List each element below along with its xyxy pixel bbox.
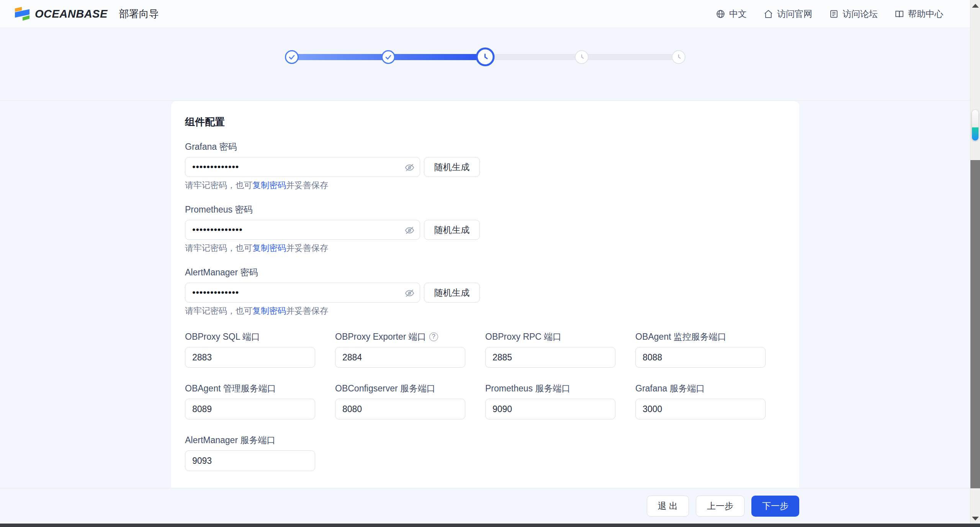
grafana-password-input[interactable] [185,157,420,177]
question-circle-icon[interactable]: ? [429,332,438,341]
alertmanager-password-input[interactable] [185,283,420,303]
obagent-monitor-port-label: OBAgent 监控服务端口 [635,331,766,342]
nav-forum-label: 访问论坛 [843,8,878,20]
scrollbar-up-arrow-icon[interactable] [972,4,979,8]
eye-invisible-icon[interactable] [404,225,415,236]
help-book-icon [895,9,904,19]
alertmanager-password-hint: 请牢记密码，也可复制密码并妥善保存 [185,306,785,316]
prometheus-port-label: Prometheus 服务端口 [485,383,615,394]
eye-invisible-icon[interactable] [404,162,415,173]
copy-password-link[interactable]: 复制密码 [252,243,286,253]
step-check-icon [285,50,299,64]
prometheus-password-label: Prometheus 密码 [185,204,785,215]
globe-icon [716,9,725,19]
ports-grid: OBProxy SQL 端口 OBProxy Exporter 端口 ? OBP… [185,331,785,471]
top-bar: OCEANBASE 部署向导 中文 访问官网 [0,0,980,28]
obproxy-exporter-port-input[interactable] [335,347,465,368]
wizard-steps: 部署配置 节点配置 集群配置 预检查 [0,28,970,101]
nav-help-center-label: 帮助中心 [908,8,943,20]
eye-invisible-icon[interactable] [404,288,415,298]
scrollbar-capsule-thumb[interactable] [972,110,978,141]
grafana-port-field: Grafana 服务端口 [635,383,766,419]
next-step-button[interactable]: 下一步 [751,496,799,517]
nav-official-site[interactable]: 访问官网 [764,8,812,20]
hint-text: 请牢记密码，也可 [185,306,252,316]
home-icon [764,9,773,19]
nav-help-center[interactable]: 帮助中心 [895,8,943,20]
hint-text: 并妥善保存 [286,243,328,253]
obconfigserver-port-input[interactable] [335,399,465,419]
copy-password-link[interactable]: 复制密码 [252,306,286,316]
step-check-icon [381,50,395,64]
nav-forum[interactable]: 访问论坛 [829,8,878,20]
alertmanager-port-input[interactable] [185,450,315,471]
prometheus-password-input[interactable] [185,220,420,240]
alertmanager-generate-button[interactable]: 随机生成 [424,283,480,303]
component-config-card: 组件配置 Grafana 密码 随机生成 请牢记密码，也可复制密码并妥善保存 [171,101,799,488]
grafana-password-label: Grafana 密码 [185,141,785,152]
step-clock-icon [672,50,686,64]
hint-text: 请牢记密码，也可 [185,180,252,190]
obconfigserver-port-field: OBConfigserver 服务端口 [335,383,465,419]
nav-official-site-label: 访问官网 [777,8,812,20]
prometheus-password-group: Prometheus 密码 随机生成 请牢记密码，也可复制密码并妥善保存 [185,204,785,254]
oceanbase-logo: OCEANBASE [14,6,108,22]
bottom-edge-strip [0,524,980,527]
obproxy-exporter-port-field: OBProxy Exporter 端口 ? [335,331,465,368]
alertmanager-password-group: AlertManager 密码 随机生成 请牢记密码，也可复制密码并妥善保存 [185,267,785,316]
prometheus-port-field: Prometheus 服务端口 [485,383,615,419]
brand-name: OCEANBASE [35,8,108,20]
copy-password-link[interactable]: 复制密码 [252,180,286,190]
step-clock-icon [476,47,494,66]
alertmanager-port-field: AlertManager 服务端口 [185,434,315,471]
page-title: 部署向导 [119,7,159,21]
alertmanager-password-label: AlertManager 密码 [185,267,785,278]
nav-language-label: 中文 [729,8,747,20]
obagent-monitor-port-field: OBAgent 监控服务端口 [635,331,766,368]
obagent-manage-port-input[interactable] [185,399,315,419]
obconfigserver-port-label: OBConfigserver 服务端口 [335,383,465,394]
grafana-password-hint: 请牢记密码，也可复制密码并妥善保存 [185,180,785,191]
wizard-footer: 退 出 上一步 下一步 [0,488,980,524]
alertmanager-port-label: AlertManager 服务端口 [185,434,315,446]
previous-step-button[interactable]: 上一步 [696,496,744,517]
grafana-port-label: Grafana 服务端口 [635,383,766,394]
obagent-manage-port-field: OBAgent 管理服务端口 [185,383,315,419]
prometheus-generate-button[interactable]: 随机生成 [424,220,480,240]
grafana-generate-button[interactable]: 随机生成 [424,157,480,177]
scrollbar-thumb[interactable] [970,160,980,488]
obagent-manage-port-label: OBAgent 管理服务端口 [185,383,315,394]
hint-text: 请牢记密码，也可 [185,243,252,253]
forum-icon [829,9,839,19]
prometheus-password-hint: 请牢记密码，也可复制密码并妥善保存 [185,243,785,254]
obproxy-sql-port-label: OBProxy SQL 端口 [185,331,315,342]
obproxy-rpc-port-label: OBProxy RPC 端口 [485,331,615,342]
vertical-scrollbar[interactable] [970,0,980,524]
oceanbase-logo-icon [14,6,30,22]
scrollbar-down-arrow-icon[interactable] [972,517,979,520]
grafana-password-group: Grafana 密码 随机生成 请牢记密码，也可复制密码并妥善保存 [185,141,785,191]
obagent-monitor-port-input[interactable] [635,347,766,368]
hint-text: 并妥善保存 [286,180,328,190]
grafana-port-input[interactable] [635,399,766,419]
obproxy-sql-port-field: OBProxy SQL 端口 [185,331,315,368]
obproxy-sql-port-input[interactable] [185,347,315,368]
prometheus-port-input[interactable] [485,399,615,419]
obproxy-rpc-port-field: OBProxy RPC 端口 [485,331,615,368]
header-nav: 中文 访问官网 访问论坛 帮助中心 [716,8,943,20]
hint-text: 并妥善保存 [286,306,328,316]
section-title: 组件配置 [185,116,785,128]
deploy-wizard-screen: OCEANBASE 部署向导 中文 访问官网 [0,0,980,527]
obproxy-exporter-port-label: OBProxy Exporter 端口 [335,331,426,342]
obproxy-rpc-port-input[interactable] [485,347,615,368]
footer-buttons: 退 出 上一步 下一步 [647,496,799,517]
exit-button[interactable]: 退 出 [647,496,689,517]
nav-language[interactable]: 中文 [716,8,747,20]
step-clock-icon [575,50,589,64]
